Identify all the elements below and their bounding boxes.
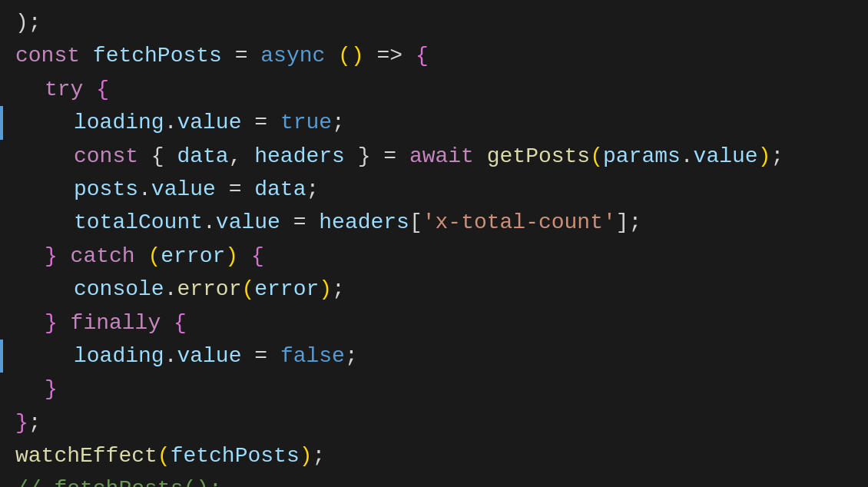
code-editor: );const fetchPosts = async () => {try {l…	[0, 0, 868, 487]
code-token: // fetchPosts();	[15, 472, 222, 487]
code-token: ,	[229, 140, 255, 173]
code-token: ;	[28, 406, 41, 439]
code-token: value	[216, 206, 293, 239]
code-token: {	[96, 73, 109, 106]
code-token: ;	[345, 340, 358, 373]
code-token: watchEffect	[15, 439, 157, 472]
code-token: ;	[313, 439, 326, 472]
code-line: );	[0, 6, 868, 39]
code-token: totalCount	[74, 206, 203, 239]
code-token: headers	[319, 206, 409, 239]
code-token: ;	[770, 140, 784, 173]
code-token: );	[15, 6, 41, 39]
code-token: .	[164, 273, 177, 306]
code-token: const	[74, 140, 151, 173]
code-line: } catch (error) {	[0, 240, 868, 273]
code-token: =	[235, 39, 261, 72]
code-token: (	[590, 140, 603, 173]
code-token: ;	[332, 106, 345, 139]
code-token: try	[45, 73, 96, 106]
code-token: await	[409, 140, 487, 173]
code-token: {	[416, 39, 429, 72]
code-token: data	[177, 140, 228, 173]
code-line: // fetchPosts();	[0, 472, 868, 487]
code-token: }	[45, 306, 71, 340]
code-line: console.error(error);	[0, 273, 868, 306]
code-token: catch	[71, 240, 148, 273]
code-token: )	[300, 439, 313, 472]
code-token: }	[45, 240, 71, 273]
code-token: true	[280, 106, 332, 139]
code-line: const { data, headers } = await getPosts…	[0, 140, 868, 173]
code-token: [	[409, 206, 422, 239]
code-token: {	[174, 306, 187, 340]
code-line: totalCount.value = headers['x-total-coun…	[0, 206, 868, 239]
code-token: }	[15, 406, 28, 439]
code-token: =	[254, 106, 280, 139]
code-line: loading.value = false;	[0, 340, 868, 373]
code-token: =>	[377, 39, 416, 72]
code-token: 'x-total-count'	[422, 206, 616, 239]
code-token: } =	[358, 140, 409, 173]
code-token: }	[45, 373, 58, 406]
code-token: =	[254, 340, 280, 373]
code-token: .	[681, 140, 694, 173]
code-token: ];	[616, 206, 642, 239]
code-token: ;	[306, 173, 319, 206]
code-token: posts	[74, 173, 138, 206]
code-line: } finally {	[0, 306, 868, 340]
code-token: getPosts	[487, 140, 590, 173]
code-token: .	[203, 206, 216, 239]
code-token: error	[254, 273, 319, 306]
code-token: error	[161, 240, 225, 273]
code-token: fetchPosts	[171, 439, 300, 472]
code-token: )	[319, 273, 332, 306]
code-line: posts.value = data;	[0, 173, 868, 206]
code-token: )	[758, 140, 771, 173]
code-token: ;	[332, 273, 345, 306]
code-token: const	[15, 39, 93, 72]
code-token: .	[164, 340, 177, 373]
code-token: =	[229, 173, 255, 206]
code-line: }	[0, 373, 868, 406]
code-token: value	[694, 140, 758, 173]
code-token: (	[241, 273, 254, 306]
code-token: .	[164, 106, 177, 139]
code-token: value	[177, 340, 254, 373]
code-token: console	[74, 273, 164, 306]
code-token: loading	[74, 340, 164, 373]
code-token: {	[251, 240, 264, 273]
code-token: params	[603, 140, 681, 173]
code-token: loading	[74, 106, 164, 139]
code-line: try {	[0, 73, 868, 106]
code-token: fetchPosts	[93, 39, 235, 72]
code-token: false	[280, 340, 345, 373]
code-token: finally	[71, 306, 174, 340]
code-token: (	[147, 240, 161, 273]
code-token: =	[293, 206, 320, 239]
code-line: loading.value = true;	[0, 106, 868, 139]
code-line: };	[0, 406, 868, 439]
code-token: {	[151, 140, 177, 173]
code-token: headers	[254, 140, 357, 173]
code-token: data	[254, 173, 306, 206]
code-token: ()	[338, 39, 376, 72]
code-token: .	[138, 173, 151, 206]
code-token: error	[177, 273, 241, 306]
code-token: (	[157, 439, 171, 472]
code-line: watchEffect(fetchPosts);	[0, 439, 868, 472]
code-token: value	[177, 106, 254, 139]
code-token: )	[225, 240, 251, 273]
code-token: value	[151, 173, 229, 206]
code-token: async	[260, 39, 338, 72]
code-line: const fetchPosts = async () => {	[0, 39, 868, 72]
